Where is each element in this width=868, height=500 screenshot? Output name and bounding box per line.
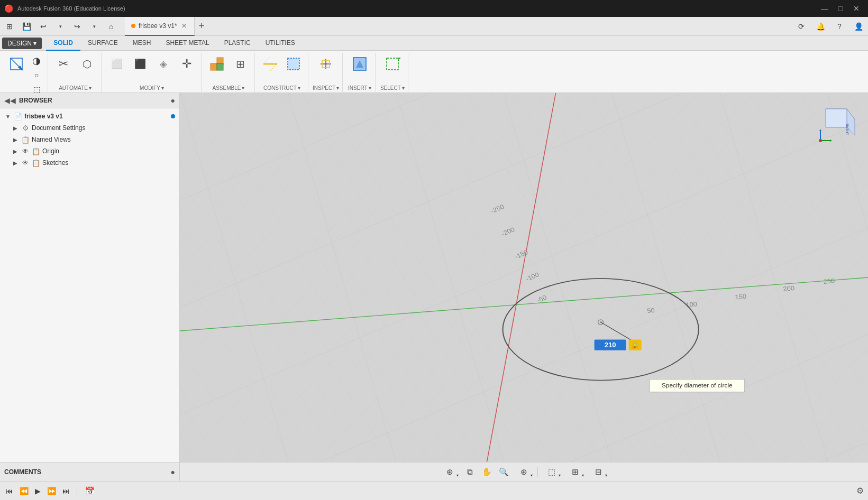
svg-rect-19 xyxy=(180,93,868,462)
timeline-icon[interactable]: 📅 xyxy=(83,484,97,498)
modify-btn2[interactable]: ⬛ xyxy=(129,54,151,74)
browser-back-button[interactable]: ◀◀ xyxy=(4,96,16,105)
sidebar: ◀◀ BROWSER ● ▼ 📄 frisbee v3 v1 ▶ ⚙ Docum… xyxy=(0,93,180,481)
browser-item-origin[interactable]: ▶ 👁 📋 Origin xyxy=(7,145,179,157)
svg-rect-3 xyxy=(211,63,217,70)
browser-item-doc-settings[interactable]: ▶ ⚙ Document Settings xyxy=(7,122,179,134)
assemble-group: ⊞ ASSEMBLE ▾ xyxy=(203,53,255,92)
title-text: Autodesk Fusion 360 (Education License) xyxy=(17,5,125,12)
sketches-eye-icon[interactable]: 👁 xyxy=(21,159,30,167)
help-button[interactable]: ? xyxy=(832,19,847,34)
comments-expand-button[interactable]: ● xyxy=(171,468,175,476)
save-button[interactable]: 💾 xyxy=(19,19,34,34)
snap-menu-btn[interactable]: ⊕ ▾ xyxy=(439,465,460,479)
modify-items: ⬜ ⬛ ◈ ✛ xyxy=(106,54,198,84)
prev-frame-button[interactable]: ⏪ xyxy=(18,485,30,497)
assemble-btn1[interactable] xyxy=(206,54,228,74)
zoom-btn[interactable]: 🔍 xyxy=(496,465,511,479)
inspect-btn1[interactable] xyxy=(315,54,337,74)
tab-close-button[interactable]: ✕ xyxy=(180,22,188,30)
construct-btn2[interactable] xyxy=(282,54,305,74)
zoom-icon: 🔍 xyxy=(499,467,509,477)
origin-eye-icon[interactable]: 👁 xyxy=(21,147,30,155)
zoom-dropdown-icon: ▾ xyxy=(531,473,533,478)
minimize-button[interactable]: — xyxy=(817,3,832,14)
design-dropdown[interactable]: DESIGN ▾ xyxy=(2,38,42,49)
zoom-fit-icon: ⊕ xyxy=(520,467,527,477)
redo-dropdown-button[interactable]: ▾ xyxy=(87,19,102,34)
svg-marker-49 xyxy=(830,140,832,142)
tab-plastic[interactable]: PLASTIC xyxy=(217,36,258,51)
viewport-area: -250 -200 -150 -100 -50 50 100 150 200 2… xyxy=(180,93,868,481)
doc-settings-arrow[interactable]: ▶ xyxy=(12,124,19,132)
select-label[interactable]: SELECT ▾ xyxy=(380,85,405,91)
named-views-arrow[interactable]: ▶ xyxy=(12,136,19,143)
notifications-button[interactable]: 🔔 xyxy=(813,19,828,34)
next-frame-button[interactable]: ⏩ xyxy=(45,485,58,497)
modify-btn1[interactable]: ⬜ xyxy=(106,54,128,74)
root-arrow[interactable]: ▼ xyxy=(4,113,12,120)
automate-label[interactable]: AUTOMATE ▾ xyxy=(59,85,92,91)
tab-utilities[interactable]: UTILITIES xyxy=(258,36,303,51)
insert-btn1[interactable] xyxy=(349,54,371,74)
viewport[interactable]: -250 -200 -150 -100 -50 50 100 150 200 2… xyxy=(180,93,868,462)
grid-display-btn[interactable]: ⊞ ▾ xyxy=(564,465,586,479)
modify-move-btn[interactable]: ✛ xyxy=(176,54,198,74)
play-button[interactable]: ▶ xyxy=(33,485,42,497)
tab-frisbee[interactable]: frisbee v3 v1* ✕ xyxy=(125,17,195,36)
origin-arrow[interactable]: ▶ xyxy=(12,147,19,155)
create-form-btn[interactable]: ◑ xyxy=(29,54,44,68)
assemble-label[interactable]: ASSEMBLE ▾ xyxy=(213,85,245,91)
skip-fwd-button[interactable]: ⏭ xyxy=(61,485,71,497)
svg-text:210: 210 xyxy=(605,342,616,349)
undo-button[interactable]: ↩ xyxy=(36,19,51,34)
browser-options-button[interactable]: ● xyxy=(171,96,175,105)
construct-label[interactable]: CONSTRUCT ▾ xyxy=(263,85,300,91)
sketches-arrow[interactable]: ▶ xyxy=(12,159,19,166)
create-solid-btn[interactable]: ○ xyxy=(29,68,44,82)
close-button[interactable]: ✕ xyxy=(849,3,864,14)
grid-dropdown-icon: ▾ xyxy=(582,473,584,478)
app-icon: 🔴 xyxy=(4,4,13,13)
modify-btn3[interactable]: ◈ xyxy=(152,54,175,74)
maximize-button[interactable]: □ xyxy=(833,3,848,14)
automate-btn2[interactable]: ⬡ xyxy=(76,54,98,74)
user-button[interactable]: 👤 xyxy=(851,19,866,34)
document-tabs: frisbee v3 v1* ✕ + xyxy=(125,17,208,36)
ribbon-tabs-area: DESIGN ▾ SOLID SURFACE MESH SHEET METAL … xyxy=(0,36,868,51)
skip-back-button[interactable]: ⏮ xyxy=(4,485,15,497)
browser-item-sketches[interactable]: ▶ 👁 📋 Sketches xyxy=(7,157,179,169)
browser-item-named-views[interactable]: ▶ 📋 Named Views xyxy=(7,134,179,145)
inspect-label[interactable]: INSPECT ▾ xyxy=(313,85,339,91)
tab-sheet-metal[interactable]: SHEET METAL xyxy=(158,36,216,51)
select-btn1[interactable] xyxy=(381,54,404,74)
settings-button[interactable]: ⚙ xyxy=(856,486,864,496)
display-mode-btn[interactable]: ⬚ ▾ xyxy=(541,465,562,479)
grid-menu-button[interactable]: ⊞ xyxy=(2,19,17,34)
automate-btn1[interactable]: ✂ xyxy=(52,54,75,74)
insert-label[interactable]: INSERT ▾ xyxy=(348,85,371,91)
new-tab-button[interactable]: + xyxy=(195,17,209,36)
browser-content: ▼ 📄 frisbee v3 v1 ▶ ⚙ Document Settings … xyxy=(0,108,179,462)
browser-item-root[interactable]: ▼ 📄 frisbee v3 v1 xyxy=(0,110,179,122)
insert-group: INSERT ▾ xyxy=(344,53,376,92)
origin-folder-icon: 📋 xyxy=(32,147,40,155)
redo-button[interactable]: ↪ xyxy=(70,19,85,34)
view-settings-btn[interactable]: ⊟ ▾ xyxy=(588,465,609,479)
zoom-fit-btn[interactable]: ⊕ ▾ xyxy=(513,465,534,479)
tab-surface[interactable]: SURFACE xyxy=(80,36,125,51)
assemble-btn2[interactable]: ⊞ xyxy=(229,54,251,74)
tab-solid[interactable]: SOLID xyxy=(46,36,80,51)
update-button[interactable]: ⟳ xyxy=(794,19,809,34)
construct-btn1[interactable] xyxy=(259,54,281,74)
nav-cube[interactable]: RIGHT xyxy=(815,104,857,146)
construct-group: CONSTRUCT ▾ xyxy=(256,53,308,92)
undo-dropdown-button[interactable]: ▾ xyxy=(53,19,68,34)
tab-mesh[interactable]: MESH xyxy=(125,36,159,51)
capture-image-btn[interactable]: ⧉ xyxy=(462,465,477,479)
pan-btn[interactable]: ✋ xyxy=(479,465,494,479)
home-button[interactable]: ⌂ xyxy=(104,19,118,34)
tab-dirty-dot xyxy=(131,24,135,28)
create-sketch-btn[interactable] xyxy=(5,54,28,74)
modify-label[interactable]: MODIFY ▾ xyxy=(140,85,164,91)
